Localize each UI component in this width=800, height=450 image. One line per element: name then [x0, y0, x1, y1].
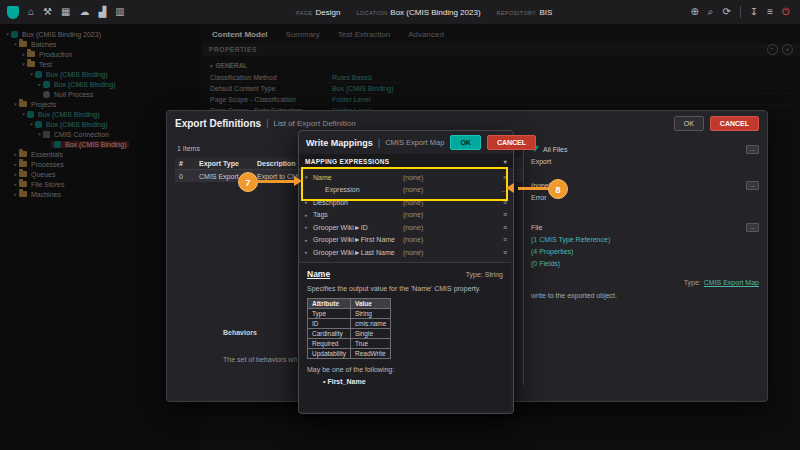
attr-cell: Cardinality [308, 329, 351, 339]
value-cell: Single [350, 329, 390, 339]
top-toolbar: ⌂ ⚒ ▦ ☁ ▟ ▥ PAGEDesign LOCATIONBox (CMIS… [0, 0, 800, 25]
mapping-value: (none) [403, 224, 503, 231]
cloud-icon[interactable]: ☁ [79, 7, 89, 17]
help-note: write to the exported object. [531, 292, 759, 299]
refresh-icon[interactable]: ⟳ [722, 7, 730, 17]
download-icon[interactable]: ↧ [750, 7, 758, 17]
title-separator: | [266, 118, 268, 128]
attr-cell: ID [308, 319, 351, 329]
chevron-right-icon[interactable]: ▸ [305, 249, 313, 255]
home-icon[interactable]: ⌂ [28, 7, 34, 17]
property-value: File [531, 224, 542, 231]
panel-splitter[interactable] [523, 139, 524, 385]
value-cell: True [350, 339, 390, 349]
property-row[interactable]: (4 Properties) [531, 245, 759, 257]
property-row[interactable]: File... [531, 221, 759, 233]
menu-icon[interactable]: ≡ [503, 236, 507, 243]
menu-icon[interactable]: ≡ [503, 249, 507, 256]
ellipsis-button[interactable]: ... [746, 181, 759, 190]
property-row[interactable]: All Files... [531, 143, 759, 155]
app-window: ⌂ ⚒ ▦ ☁ ▟ ▥ PAGEDesign LOCATIONBox (CMIS… [0, 0, 800, 450]
attr-cell: Updatability [308, 349, 351, 359]
mapping-help-panel: Name Type: String Specifies the output v… [299, 262, 511, 411]
help-bullet-item: • First_Name [323, 378, 503, 385]
mapping-value: (none) [403, 249, 503, 256]
items-count: 1 Items [177, 145, 200, 152]
search-icon[interactable]: ⌕ [708, 7, 714, 17]
mapping-row-tags[interactable]: ▸Tags(none)≡ [299, 209, 513, 222]
cell-number: 0 [175, 173, 199, 180]
mapping-label: Tags [313, 211, 403, 218]
crumb-value: Box (CMIS Binding 2023) [390, 8, 480, 17]
property-value: Export [531, 158, 551, 165]
mapping-row-wiki-id[interactable]: ▸Grooper Wiki►ID(none)≡ [299, 221, 513, 234]
cancel-button[interactable]: CANCEL [487, 135, 536, 150]
highlight-box [301, 167, 508, 201]
add-icon[interactable]: ⊕ [690, 7, 698, 17]
breadcrumb: PAGEDesign LOCATIONBox (CMIS Binding 202… [296, 0, 552, 24]
ok-button[interactable]: OK [450, 135, 481, 150]
crumb-label: REPOSITORY [497, 10, 537, 16]
crumb-value: Design [315, 8, 340, 17]
title-separator: | [378, 138, 380, 148]
value-cell: String [350, 309, 390, 319]
property-row[interactable]: Export [531, 155, 759, 167]
menu-icon[interactable]: ≡ [503, 211, 507, 218]
property-row[interactable]: (1 CMIS Type Reference) [531, 233, 759, 245]
grooper-logo-icon [7, 6, 19, 19]
crumb-value: BIS [539, 8, 552, 17]
dialog-title: Write Mappings [306, 138, 373, 148]
attr-header: Attribute [308, 299, 351, 309]
callout-7-arrow-line [257, 180, 294, 183]
mapping-label: Grooper Wiki►Last Name [313, 249, 403, 256]
tools-icon[interactable]: ⚒ [43, 7, 52, 17]
settings-icon[interactable]: ≡ [767, 7, 773, 17]
property-value: (0 Fields) [531, 260, 560, 267]
help-type: Type: String [466, 271, 503, 278]
ok-button[interactable]: OK [674, 116, 704, 131]
column-header[interactable]: # [175, 160, 199, 167]
help-may-text: May be one of the following: [307, 366, 503, 373]
attribute-table: Attribute Value TypeString IDcmis:name C… [307, 298, 391, 359]
callout-7-arrowhead-icon [294, 176, 302, 186]
mapping-value: (none) [403, 236, 503, 243]
mapping-row-wiki-last-name[interactable]: ▸Grooper Wiki►Last Name(none)≡ [299, 246, 513, 259]
menu-icon[interactable]: ≡ [503, 224, 507, 231]
toolbar-divider [740, 6, 741, 18]
callout-7: 7 [238, 172, 258, 192]
grid-icon[interactable]: ▦ [61, 7, 70, 17]
chart-icon[interactable]: ▟ [98, 7, 106, 17]
mapping-expressions-header[interactable]: MAPPING EXPRESSIONS ▾ [299, 154, 513, 168]
mapping-row-wiki-first-name[interactable]: ▸Grooper Wiki►First Name(none)≡ [299, 234, 513, 247]
dialog-titlebar: Write Mappings | CMIS Export Map OK CANC… [299, 131, 513, 154]
mapping-label: Grooper Wiki►ID [313, 224, 403, 231]
export-properties-panel: All Files... Export (none)... Error File… [531, 143, 759, 299]
help-text: Specifies the output value for the 'Name… [307, 284, 503, 293]
ellipsis-button[interactable]: ... [746, 145, 759, 154]
help-title: Name [307, 269, 330, 279]
callout-8: 8 [548, 179, 568, 199]
chevron-right-icon[interactable]: ▸ [305, 224, 313, 230]
type-link[interactable]: CMIS Export Map [704, 279, 759, 286]
property-value: All Files [543, 146, 568, 153]
value-header: Value [350, 299, 390, 309]
property-value: (1 CMIS Type Reference) [531, 236, 610, 243]
chevron-right-icon[interactable]: ▸ [305, 212, 313, 218]
dialog-subtitle: CMIS Export Map [385, 138, 444, 147]
help-text: The set of behaviors which apply [223, 356, 297, 363]
ellipsis-button[interactable]: ... [746, 223, 759, 232]
crumb-label: PAGE [296, 10, 312, 16]
property-row[interactable]: (0 Fields) [531, 257, 759, 269]
attr-cell: Required [308, 339, 351, 349]
mapping-label: Grooper Wiki►First Name [313, 236, 403, 243]
chevron-right-icon[interactable]: ▸ [305, 237, 313, 243]
cancel-button[interactable]: CANCEL [710, 116, 759, 131]
chevron-down-icon[interactable]: ▾ [504, 158, 507, 165]
stats-icon[interactable]: ▥ [115, 7, 124, 17]
type-label: Type: [684, 279, 701, 286]
power-icon[interactable]: ⏻ [782, 7, 790, 17]
mapping-value: (none) [403, 211, 503, 218]
dialog-title: Export Definitions [175, 118, 261, 129]
crumb-label: LOCATION [356, 10, 387, 16]
column-header[interactable]: Export Type [199, 160, 257, 167]
